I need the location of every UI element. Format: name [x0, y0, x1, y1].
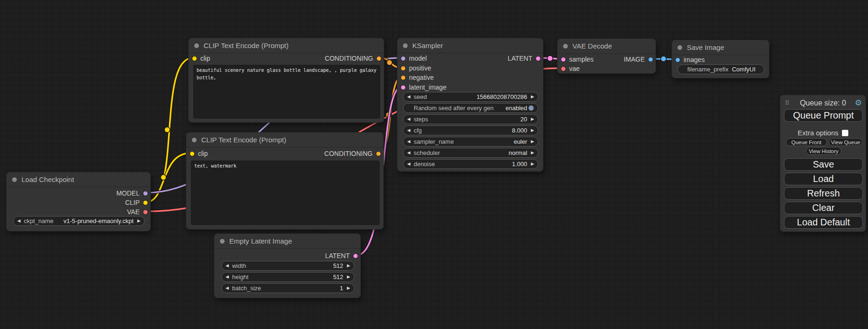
save-button[interactable]: Save [784, 158, 863, 171]
widget-batch-size[interactable]: ◀ batch_size 1 ▶ [221, 283, 354, 293]
collapse-dot-icon[interactable] [194, 43, 199, 48]
stepper-right-icon[interactable]: ▶ [531, 128, 534, 133]
node-header[interactable]: VAE Decode [557, 39, 656, 54]
widget-denoise[interactable]: ◀ denoise 1.000 ▶ [403, 159, 538, 169]
stepper-right-icon[interactable]: ▶ [347, 264, 350, 268]
collapse-dot-icon[interactable] [12, 177, 17, 182]
node-ksampler[interactable]: KSampler model LATENT positive negative … [397, 38, 543, 172]
node-header[interactable]: CLIP Text Encode (Prompt) [186, 133, 383, 147]
widget-steps[interactable]: ◀ steps 20 ▶ [403, 114, 538, 124]
widget-value: normal [508, 149, 527, 156]
port-dot-conditioning[interactable] [376, 56, 381, 61]
stepper-right-icon[interactable]: ▶ [347, 286, 350, 290]
port-label: VAE [127, 208, 140, 216]
queue-prompt-button[interactable]: Queue Prompt [784, 109, 863, 122]
stepper-left-icon[interactable]: ◀ [226, 286, 229, 290]
port-label: IMAGE [624, 56, 645, 63]
widget-label: seed [414, 93, 427, 100]
widget-value: 8.000 [512, 127, 528, 134]
collapse-dot-icon[interactable] [192, 138, 197, 142]
input-vae: vae [561, 64, 580, 73]
port-dot-image[interactable] [675, 57, 680, 63]
stepper-left-icon[interactable]: ◀ [17, 219, 21, 223]
port-label: CONDITIONING [325, 55, 373, 62]
node-save-image[interactable]: Save Image images filename_prefix ComfyU… [671, 40, 769, 78]
gear-icon[interactable]: ⚙ [855, 99, 862, 107]
widget-value: 156680208700286 [477, 93, 527, 100]
port-dot-vae[interactable] [143, 210, 148, 215]
node-vae-decode[interactable]: VAE Decode samples IMAGE vae [557, 38, 656, 74]
port-dot-conditioning[interactable] [401, 66, 406, 71]
node-canvas[interactable]: CLIP Text Encode (Prompt) clip CONDITION… [0, 0, 868, 329]
stepper-left-icon[interactable]: ◀ [226, 264, 229, 268]
stepper-left-icon[interactable]: ◀ [407, 151, 410, 155]
port-dot-clip[interactable] [190, 151, 195, 156]
port-dot-clip[interactable] [192, 56, 197, 61]
collapse-dot-icon[interactable] [677, 45, 682, 50]
prompt-textarea[interactable]: beautiful scenery nature glass bottle la… [193, 65, 380, 119]
widget-seed[interactable]: ◀ seed 156680208700286 ▶ [403, 92, 538, 102]
refresh-button[interactable]: Refresh [784, 187, 863, 200]
extra-options-checkbox[interactable] [842, 130, 848, 136]
stepper-right-icon[interactable]: ▶ [347, 275, 350, 279]
node-header[interactable]: Save Image [672, 40, 769, 55]
widget-scheduler[interactable]: ◀ scheduler normal ▶ [403, 148, 538, 158]
stepper-left-icon[interactable]: ◀ [407, 117, 410, 121]
view-history-button[interactable]: View History [806, 147, 841, 155]
stepper-right-icon[interactable]: ▶ [531, 95, 534, 99]
port-dot-clip[interactable] [143, 200, 148, 205]
port-dot-vae[interactable] [561, 66, 566, 71]
stepper-left-icon[interactable]: ◀ [407, 95, 410, 99]
load-button[interactable]: Load [784, 173, 863, 185]
port-dot-latent[interactable] [401, 85, 406, 90]
node-load-checkpoint[interactable]: Load Checkpoint MODEL CLIP VAE ◀ ckpt_na… [6, 172, 151, 231]
widget-random-seed[interactable]: Random seed after every gen enabled [403, 103, 538, 113]
widget-sampler-name[interactable]: ◀ sampler_name euler ▶ [403, 137, 538, 147]
stepper-right-icon[interactable]: ▶ [137, 219, 141, 223]
stepper-right-icon[interactable]: ▶ [531, 162, 534, 166]
node-header[interactable]: CLIP Text Encode (Prompt) [189, 38, 384, 53]
widget-cfg[interactable]: ◀ cfg 8.000 ▶ [403, 126, 538, 135]
node-clip-text-encode-1[interactable]: CLIP Text Encode (Prompt) clip CONDITION… [188, 38, 384, 123]
stepper-right-icon[interactable]: ▶ [531, 151, 534, 155]
collapse-dot-icon[interactable] [403, 43, 408, 48]
stepper-left-icon[interactable]: ◀ [407, 140, 410, 144]
collapse-dot-icon[interactable] [563, 44, 568, 49]
collapse-dot-icon[interactable] [220, 239, 225, 244]
view-queue-button[interactable]: View Queue [829, 138, 862, 146]
port-dot-model[interactable] [401, 56, 406, 61]
stepper-left-icon[interactable]: ◀ [407, 162, 410, 166]
node-header[interactable]: Load Checkpoint [7, 172, 150, 187]
queue-front-button[interactable]: Queue Front [786, 138, 827, 146]
port-dot-model[interactable] [143, 191, 148, 196]
node-clip-text-encode-2[interactable]: CLIP Text Encode (Prompt) clip CONDITION… [186, 132, 384, 230]
toggle-enabled-icon[interactable] [528, 105, 534, 111]
load-default-button[interactable]: Load Default [784, 216, 863, 229]
port-label: model [409, 55, 427, 62]
port-dot-latent[interactable] [353, 253, 358, 259]
stepper-left-icon[interactable]: ◀ [226, 275, 229, 279]
node-header[interactable]: Empty Latent Image [214, 234, 360, 249]
clear-button[interactable]: Clear [784, 202, 863, 214]
output-latent: LATENT [508, 54, 541, 63]
stepper-left-icon[interactable]: ◀ [407, 128, 410, 133]
node-empty-latent-image[interactable]: Empty Latent Image LATENT ◀ width 512 ▶ … [214, 233, 361, 298]
port-label: clip [200, 55, 210, 62]
port-label: LATENT [325, 252, 350, 259]
stepper-right-icon[interactable]: ▶ [531, 140, 534, 144]
port-dot-conditioning[interactable] [401, 75, 406, 80]
prompt-textarea[interactable]: text, watermark [191, 161, 380, 225]
drag-handle-icon[interactable]: ⠿ [785, 99, 789, 106]
port-dot-conditioning[interactable] [376, 151, 381, 156]
port-dot-latent[interactable] [536, 56, 541, 61]
widget-width[interactable]: ◀ width 512 ▶ [221, 261, 354, 271]
widget-filename-prefix[interactable]: filename_prefix ComfyUI [677, 64, 764, 74]
port-dot-image[interactable] [648, 57, 653, 62]
node-header[interactable]: KSampler [397, 38, 543, 53]
widget-label: denoise [414, 161, 435, 168]
port-dot-latent[interactable] [561, 57, 566, 62]
stepper-right-icon[interactable]: ▶ [531, 117, 534, 121]
widget-label: ckpt_name [24, 217, 54, 224]
widget-height[interactable]: ◀ height 512 ▶ [221, 272, 354, 282]
widget-ckpt-name[interactable]: ◀ ckpt_name v1-5-pruned-emaonly.ckpt ▶ [13, 216, 145, 226]
